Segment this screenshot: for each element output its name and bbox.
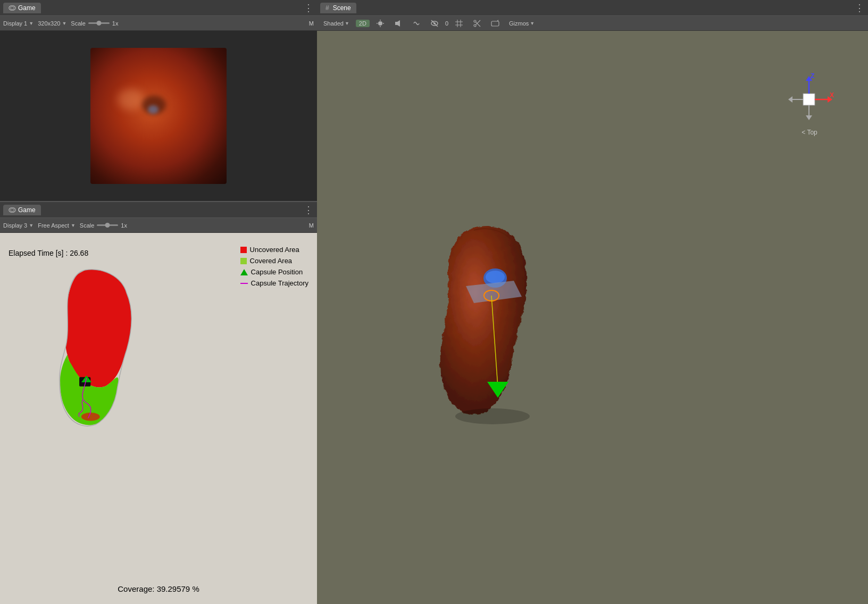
game-bottom-toolbar: Display 3 ▼ Free Aspect ▼ Scale 1x M (0, 218, 317, 233)
scale2-slider[interactable] (97, 224, 118, 226)
elapsed-time: Elapsed Time [s] : 26.68 (9, 249, 88, 257)
grid-icon (455, 19, 463, 28)
svg-text:Z: Z (811, 73, 814, 80)
aspect-dropdown-arrow: ▼ (71, 223, 76, 228)
game-bottom-tab-icon (9, 206, 16, 214)
game-panel-top: Game ⋮ Display 1 ▼ 320x320 ▼ Scale 1x (0, 0, 317, 202)
uncovered-icon (240, 247, 247, 253)
display-selector[interactable]: Display 1 ▼ (3, 20, 34, 27)
legend-trajectory: Capsule Trajectory (240, 279, 308, 287)
endoscope-image (90, 48, 227, 184)
resolution-selector[interactable]: 320x320 ▼ (38, 20, 66, 27)
grid-icon-btn[interactable] (452, 19, 466, 28)
svg-rect-27 (803, 94, 815, 105)
display3-dropdown-arrow: ▼ (29, 223, 34, 228)
capsule-position-icon (240, 269, 248, 275)
trajectory-icon (240, 283, 248, 284)
scene-tab-label: Scene (333, 4, 351, 12)
legend-position: Capsule Position (240, 268, 308, 276)
game-panel-bottom: Game ⋮ Display 3 ▼ Free Aspect ▼ Scale 1… (0, 202, 317, 604)
aspect-selector[interactable]: Free Aspect ▼ (38, 222, 76, 229)
scene-panel: # Scene ⋮ Shaded ▼ 2D (317, 0, 868, 604)
game-top-tab[interactable]: Game (3, 3, 41, 13)
legend-position-label: Capsule Position (251, 268, 303, 276)
scissors-icon (473, 19, 481, 28)
gizmo-svg: Z X (783, 73, 836, 127)
legend-uncovered-label: Uncovered Area (250, 246, 299, 254)
camera-icon-btn[interactable] (488, 19, 503, 28)
shading-dropdown-arrow: ▼ (345, 21, 349, 26)
scene-tab[interactable]: # Scene (320, 3, 356, 13)
organ-coverage-map (43, 265, 149, 430)
svg-point-39 (486, 271, 505, 283)
audio-icon-btn[interactable] (391, 19, 406, 28)
visibility-icon-btn[interactable] (427, 19, 442, 28)
organ-3d-svg (423, 217, 572, 430)
scene-tab-bar: # Scene ⋮ (317, 0, 868, 16)
game-top-tab-label: Game (18, 4, 36, 12)
gizmos-btn[interactable]: Gizmos ▼ (506, 20, 538, 27)
eye-icon (430, 19, 439, 28)
resolution-dropdown-arrow: ▼ (62, 21, 66, 26)
lighting-icon-btn[interactable] (373, 19, 388, 28)
scale-control: Scale 1x (71, 20, 118, 27)
game-top-tab-bar: Game ⋮ (0, 0, 317, 16)
svg-rect-12 (395, 22, 397, 25)
game-tab-icon (9, 4, 16, 12)
svg-rect-25 (491, 21, 499, 26)
sun-icon (376, 19, 385, 28)
game-top-toolbar: Display 1 ▼ 320x320 ▼ Scale 1x M (0, 16, 317, 31)
coverage-percentage: Coverage: 39.29579 % (118, 584, 199, 593)
scene-toolbar: Shaded ▼ 2D 0 (317, 16, 868, 31)
organ-3d-wrapper (423, 217, 572, 431)
display3-selector[interactable]: Display 3 ▼ (3, 222, 34, 229)
display-dropdown-arrow: ▼ (29, 21, 34, 26)
gizmos-dropdown-arrow: ▼ (530, 21, 535, 26)
scale-slider[interactable] (88, 22, 110, 24)
svg-marker-37 (806, 115, 812, 120)
svg-marker-13 (397, 20, 400, 27)
endo-blue-spot (148, 105, 158, 114)
legend-covered-label: Covered Area (250, 257, 293, 265)
svg-point-43 (455, 408, 530, 424)
svg-point-1 (11, 6, 14, 9)
scene-hash-icon: # (326, 4, 329, 12)
scissors-icon-btn[interactable] (470, 19, 485, 28)
covered-icon (240, 258, 247, 264)
game-bottom-tab-bar: Game ⋮ (0, 202, 317, 218)
endo-highlight (118, 89, 144, 110)
legend-uncovered: Uncovered Area (240, 246, 308, 254)
2d-toggle[interactable]: 2D (356, 20, 370, 27)
svg-marker-26 (497, 20, 498, 21)
shading-selector[interactable]: Shaded ▼ (320, 20, 353, 27)
legend-covered: Covered Area (240, 257, 308, 265)
svg-point-4 (81, 413, 100, 421)
endo-background (90, 48, 227, 184)
legend-trajectory-label: Capsule Trajectory (251, 279, 308, 287)
visibility-count: 0 (445, 20, 448, 27)
svg-marker-35 (788, 96, 792, 103)
coverage-viewport: Elapsed Time [s] : 26.68 Uncovered Area … (0, 233, 317, 604)
effects-icon-btn[interactable] (409, 19, 424, 28)
speaker-icon (394, 19, 403, 28)
scale2-control: Scale 1x (80, 222, 127, 229)
game-top-viewport (0, 31, 317, 201)
maximize2-label[interactable]: M (309, 222, 314, 229)
svg-point-7 (378, 21, 382, 26)
top-view-label: < Top (802, 129, 817, 136)
coverage-svg (43, 265, 149, 430)
game-bottom-dots-menu[interactable]: ⋮ (304, 205, 314, 215)
camera-icon (491, 19, 499, 28)
scene-viewport: Z X < Top (317, 31, 868, 604)
orientation-gizmo[interactable]: Z X < Top (783, 73, 836, 127)
game-bottom-tab-label: Game (18, 206, 36, 214)
game-top-dots-menu[interactable]: ⋮ (304, 3, 314, 13)
svg-point-3 (11, 208, 14, 211)
scene-dots-menu[interactable]: ⋮ (855, 3, 865, 13)
legend: Uncovered Area Covered Area Capsule Posi… (240, 246, 308, 287)
maximize-label[interactable]: M (309, 20, 314, 27)
effects-icon (412, 19, 421, 28)
game-bottom-tab[interactable]: Game (3, 205, 41, 215)
svg-text:X: X (830, 91, 834, 99)
